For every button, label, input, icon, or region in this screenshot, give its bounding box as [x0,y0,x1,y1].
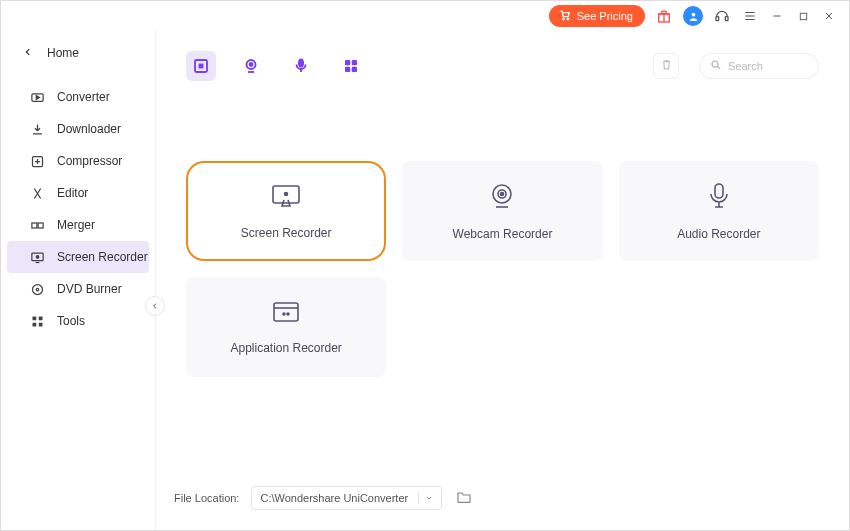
trash-icon [660,57,673,75]
sidebar-item-dvd-burner[interactable]: DVD Burner [7,273,149,305]
collapse-sidebar-button[interactable] [145,296,165,316]
folder-icon [456,490,472,506]
microphone-icon [707,182,731,213]
svg-rect-35 [274,303,298,321]
svg-rect-15 [32,316,36,320]
tools-icon [29,313,45,329]
delete-button[interactable] [653,53,679,79]
svg-point-28 [712,61,718,67]
svg-rect-4 [716,17,719,21]
toolbar [170,41,835,91]
sidebar-item-screen-recorder[interactable]: Screen Recorder [7,241,149,273]
body: Home Converter Downloader [1,31,849,530]
maximize-button[interactable] [795,8,811,24]
svg-rect-18 [38,322,42,326]
sidebar-item-label: Tools [57,314,85,328]
dvd-burner-icon [29,281,45,297]
svg-point-0 [562,18,564,20]
card-label: Audio Recorder [677,227,760,241]
sidebar-item-label: Converter [57,90,110,104]
svg-point-12 [36,255,39,258]
tab-application[interactable] [336,51,366,81]
webcam-icon [488,182,516,213]
card-audio-recorder[interactable]: Audio Recorder [619,161,819,261]
menu-icon[interactable] [741,7,759,25]
svg-rect-26 [345,67,350,72]
svg-rect-5 [725,17,728,21]
titlebar: See Pricing [1,1,849,31]
sidebar-item-merger[interactable]: Merger [7,209,149,241]
file-location-select[interactable]: C:\Wondershare UniConverter [251,486,442,510]
chevron-left-icon [23,46,33,60]
screen-recorder-icon [29,249,45,265]
chevron-left-icon [151,301,159,312]
see-pricing-label: See Pricing [577,10,633,22]
minimize-button[interactable] [769,8,785,24]
tab-screen[interactable] [186,51,216,81]
svg-point-13 [32,284,42,294]
svg-rect-6 [800,13,806,19]
user-avatar-icon[interactable] [683,6,703,26]
sidebar-item-converter[interactable]: Converter [7,81,149,113]
search-box[interactable] [699,53,819,79]
svg-rect-27 [352,67,357,72]
sidebar-item-editor[interactable]: Editor [7,177,149,209]
application-window-icon [272,300,300,327]
card-application-recorder[interactable]: Application Recorder [186,277,386,377]
merger-icon [29,217,45,233]
compressor-icon [29,153,45,169]
svg-point-3 [691,12,695,16]
downloader-icon [29,121,45,137]
svg-point-23 [298,59,304,68]
card-label: Application Recorder [230,341,341,355]
close-button[interactable] [821,8,837,24]
open-folder-button[interactable] [454,488,474,508]
monitor-icon [271,183,301,212]
sidebar-item-label: Editor [57,186,88,200]
see-pricing-button[interactable]: See Pricing [549,5,645,27]
svg-rect-20 [200,65,203,68]
tab-webcam[interactable] [236,51,266,81]
gift-icon[interactable] [655,7,673,25]
svg-point-36 [283,313,285,315]
svg-point-33 [501,192,504,195]
sidebar-item-label: Compressor [57,154,122,168]
card-webcam-recorder[interactable]: Webcam Recorder [402,161,602,261]
search-icon [710,57,722,75]
file-location-value: C:\Wondershare UniConverter [260,492,408,504]
chevron-down-icon [418,492,433,504]
sidebar-item-downloader[interactable]: Downloader [7,113,149,145]
sidebar-nav: Converter Downloader Compressor [1,81,155,337]
svg-point-22 [250,63,253,66]
sidebar-item-label: Downloader [57,122,121,136]
converter-icon [29,89,45,105]
svg-point-30 [285,192,288,195]
tab-audio[interactable] [286,51,316,81]
svg-rect-16 [38,316,42,320]
sidebar: Home Converter Downloader [1,31,156,530]
svg-rect-10 [38,223,43,228]
content-panel: Screen Recorder Webcam Recorder [170,41,835,518]
file-location-label: File Location: [174,492,239,504]
home-button[interactable]: Home [1,35,155,71]
cart-icon [559,9,571,23]
cards-area: Screen Recorder Webcam Recorder [170,91,835,478]
headset-icon[interactable] [713,7,731,25]
sidebar-item-label: Screen Recorder [57,250,148,264]
app-window: See Pricing Ho [0,0,850,531]
cards-grid: Screen Recorder Webcam Recorder [186,161,819,377]
svg-point-1 [567,18,569,20]
sidebar-item-tools[interactable]: Tools [7,305,149,337]
svg-rect-34 [715,184,723,198]
sidebar-item-label: DVD Burner [57,282,122,296]
card-screen-recorder[interactable]: Screen Recorder [186,161,386,261]
card-label: Screen Recorder [241,226,332,240]
main: Screen Recorder Webcam Recorder [156,31,849,530]
search-input[interactable] [728,60,808,72]
svg-rect-9 [31,223,36,228]
sidebar-item-compressor[interactable]: Compressor [7,145,149,177]
editor-icon [29,185,45,201]
svg-point-37 [287,313,289,315]
footer: File Location: C:\Wondershare UniConvert… [170,478,835,518]
sidebar-item-label: Merger [57,218,95,232]
